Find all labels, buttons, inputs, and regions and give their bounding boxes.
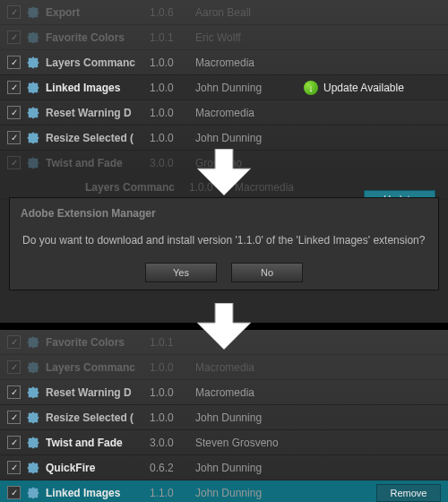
puzzle-icon [26, 385, 40, 400]
ext-author: John Dunning [195, 462, 298, 474]
checkbox[interactable]: ✓ [7, 486, 21, 499]
yes-button[interactable]: Yes [145, 263, 217, 282]
puzzle-icon [26, 411, 40, 425]
checkbox[interactable]: ✓ [7, 30, 21, 44]
checkbox[interactable]: ✓ [7, 385, 21, 399]
table-row[interactable]: ✓Export1.0.6Aaron Beall [0, 0, 448, 25]
table-row[interactable]: ✓Linked Images1.0.0John Dunning↓Update A… [0, 75, 448, 100]
ext-name: Layers Commanc [46, 56, 144, 69]
table-row[interactable]: ✓QuickFire0.6.2John Dunning [0, 455, 448, 480]
puzzle-icon [26, 461, 40, 475]
ext-author: Aaron Beall [195, 6, 298, 19]
dialog-buttons: Yes No [10, 263, 438, 282]
puzzle-icon [26, 131, 40, 145]
puzzle-icon [26, 81, 40, 95]
table-row[interactable]: ✓Reset Warning D1.0.0Macromedia [0, 380, 448, 405]
puzzle-icon [26, 30, 40, 45]
ext-version: 1.0.0 [150, 56, 190, 69]
puzzle-icon [26, 106, 40, 120]
table-row[interactable]: ✓Layers Commanc1.0.0Macromedia [0, 50, 448, 75]
ext-version: 1.0.0 [150, 82, 190, 94]
ext-version: 1.0.6 [150, 6, 190, 19]
puzzle-icon [26, 5, 40, 20]
update-available[interactable]: ↓Update Available [304, 81, 404, 95]
ext-author: Macromedia [195, 56, 298, 69]
ext-version: 1.0.1 [150, 31, 190, 44]
ext-version: 1.0.0 [150, 361, 190, 374]
dialog-body: Do you want to download and install vers… [10, 225, 438, 263]
ext-author: Eric Wolff [195, 31, 298, 44]
checkbox[interactable]: ✓ [7, 106, 21, 119]
bottom-panel: ✓Favorite Colors1.0.1✓Layers Commanc1.0.… [0, 330, 448, 502]
ext-version: 0.6.2 [150, 462, 190, 474]
arrow-1 [0, 149, 448, 195]
ext-version: 1.0.0 [150, 386, 190, 399]
checkbox[interactable]: ✓ [7, 81, 21, 94]
ext-author: Macromedia [195, 361, 298, 374]
ext-name: Layers Commanc [46, 361, 144, 374]
ext-name: Reset Warning D [46, 386, 144, 399]
ext-name: QuickFire [46, 462, 144, 474]
table-row[interactable]: ✓Layers Commanc1.0.0Macromedia [0, 355, 448, 380]
table-row[interactable]: ✓Twist and Fade3.0.0Steven Grosveno [0, 430, 448, 455]
ext-version: 1.0.0 [150, 411, 190, 424]
checkbox[interactable]: ✓ [7, 360, 21, 374]
ext-version: 1.1.0 [150, 487, 190, 499]
ext-name: Linked Images [46, 82, 144, 94]
puzzle-icon [26, 56, 40, 70]
ext-author: Macromedia [195, 386, 298, 399]
ext-name: Linked Images [46, 487, 144, 499]
ext-author: John Dunning [195, 82, 298, 94]
ext-author: John Dunning [195, 132, 298, 144]
ext-version: 3.0.0 [150, 437, 190, 449]
checkbox[interactable]: ✓ [7, 56, 21, 69]
table-row[interactable]: ✓Linked Images1.1.0John DunningRemove [0, 480, 448, 502]
checkbox[interactable]: ✓ [7, 411, 21, 424]
ext-author: John Dunning [195, 411, 298, 424]
ext-name: Resize Selected ( [46, 411, 144, 424]
checkbox[interactable]: ✓ [7, 5, 21, 19]
table-row[interactable]: ✓Favorite Colors1.0.1Eric Wolff [0, 25, 448, 50]
download-icon: ↓ [304, 81, 318, 95]
ext-name: Favorite Colors [46, 31, 144, 44]
dialog: Adobe Extension Manager Do you want to d… [9, 197, 439, 290]
ext-version: 1.0.0 [150, 132, 190, 144]
no-button[interactable]: No [231, 263, 303, 282]
ext-name: Export [46, 6, 144, 19]
table-row[interactable]: ✓Resize Selected (1.0.0John Dunning [0, 405, 448, 430]
checkbox[interactable]: ✓ [7, 436, 21, 449]
ext-author: Steven Grosveno [195, 437, 298, 449]
ext-version: 1.0.0 [150, 107, 190, 119]
checkbox[interactable]: ✓ [7, 131, 21, 144]
table-row[interactable]: ✓Reset Warning D1.0.0Macromedia [0, 100, 448, 126]
ext-author: Macromedia [195, 107, 298, 119]
remove-button[interactable]: Remove [376, 484, 441, 502]
ext-name: Twist and Fade [46, 437, 144, 449]
puzzle-icon [26, 486, 40, 500]
checkbox[interactable]: ✓ [7, 461, 21, 474]
table-row[interactable]: ✓Resize Selected (1.0.0John Dunning [0, 126, 448, 151]
puzzle-icon [26, 360, 40, 375]
ext-name: Reset Warning D [46, 107, 144, 119]
ext-author: John Dunning [195, 487, 298, 499]
puzzle-icon [26, 436, 40, 450]
ext-name: Resize Selected ( [46, 132, 144, 144]
dialog-title: Adobe Extension Manager [10, 198, 438, 225]
arrow-2 [0, 303, 448, 350]
